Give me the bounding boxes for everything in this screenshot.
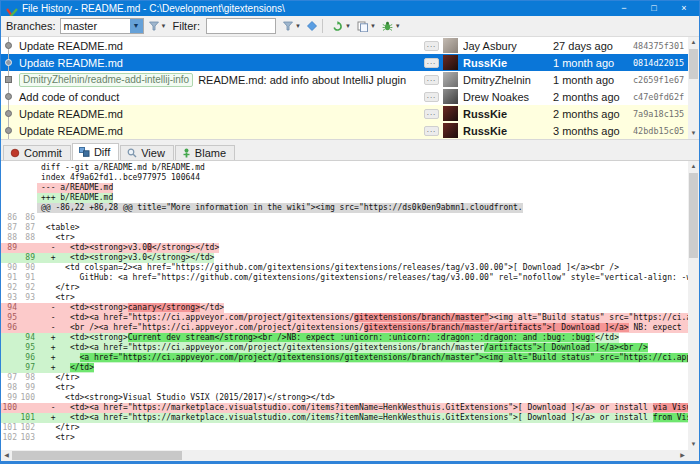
new-line-number — [19, 243, 37, 253]
app-icon — [6, 4, 18, 14]
commit-author: RussKie — [463, 57, 553, 69]
tab-label: Commit — [24, 147, 62, 159]
new-line-number: 94 — [19, 333, 37, 343]
old-line-number — [1, 413, 19, 423]
new-line-number: 98 — [19, 373, 37, 383]
commit-row[interactable]: Add code of conduct...Drew Noakes2 month… — [1, 88, 699, 105]
scrollbar-thumb[interactable] — [689, 173, 698, 258]
refresh-button[interactable]: ▼ — [331, 20, 352, 33]
scrollbar-thumb[interactable] — [689, 49, 698, 79]
tab-blame[interactable]: Blame — [175, 145, 235, 160]
graph-node-icon — [5, 127, 12, 134]
commit-message: Update README.md — [17, 40, 424, 52]
diff-line: diff --git a/README.md b/README.md — [1, 163, 688, 173]
diff-line-text: </tr> — [37, 373, 80, 383]
more-actions-button[interactable]: ... — [424, 92, 439, 102]
avatar — [443, 72, 458, 87]
scrollbar-thumb[interactable] — [12, 451, 182, 460]
old-line-number — [1, 163, 19, 173]
chevron-down-icon: ▼ — [370, 23, 376, 29]
scroll-down-icon[interactable]: ▼ — [688, 128, 699, 139]
commit-message: Update README.md — [17, 108, 424, 120]
commit-row[interactable]: Update README.md...RussKie2 months ago7a… — [1, 105, 699, 122]
new-line-number: 92 — [19, 283, 37, 293]
diff-vertical-scrollbar[interactable]: ▲ ▼ — [688, 161, 699, 450]
commit-message: DmitryZhelnin/readme-add-intellij-infoRE… — [17, 73, 424, 87]
commit-row[interactable]: Update README.md...RussKie3 months ago42… — [1, 122, 699, 139]
graph-node-icon — [5, 59, 12, 66]
tab-view[interactable]: View — [120, 145, 174, 160]
new-line-number — [19, 193, 37, 203]
tab-commit[interactable]: Commit — [3, 145, 71, 160]
diff-horizontal-scrollbar[interactable]: ◀ ▶ — [1, 450, 688, 461]
diff-line: 8787 <table> — [1, 223, 688, 233]
more-actions-button[interactable]: ... — [424, 126, 439, 136]
old-line-number — [1, 353, 19, 363]
commit-author: Drew Noakes — [463, 91, 553, 103]
commit-list: Update README.md...Jay Asbury27 days ago… — [1, 37, 699, 139]
old-line-number: 87 — [1, 223, 19, 233]
branch-combobox[interactable]: master ▼ — [60, 18, 144, 34]
diff-line-text: + <a href="https://ci.appveyor.com/proje… — [37, 353, 688, 363]
more-actions-button[interactable]: ... — [424, 75, 439, 85]
graph-node-icon — [5, 42, 12, 49]
commit-list-scrollbar[interactable]: ▲ ▼ — [688, 37, 699, 139]
new-line-number: 95 — [19, 343, 37, 353]
avatar — [443, 55, 458, 70]
more-actions-button[interactable]: ... — [424, 109, 439, 119]
go-to-commit-button[interactable] — [306, 20, 318, 32]
diff-line: 96 - <br /><a href="https://ci.appveyor.… — [1, 323, 688, 333]
tab-diff[interactable]: Diff — [72, 143, 119, 160]
commit-row[interactable]: Update README.md...Jay Asbury27 days ago… — [1, 37, 699, 54]
maximize-button[interactable]: □ — [639, 1, 669, 16]
old-line-number: 96 — [1, 323, 19, 333]
toolbar: Branches: master ▼ ▼ Filter: ▼ ▼ — [1, 16, 699, 37]
new-line-number — [19, 323, 37, 333]
old-line-number: 95 — [1, 313, 19, 323]
scroll-left-icon[interactable]: ◀ — [1, 450, 12, 461]
scroll-down-icon[interactable]: ▼ — [688, 439, 699, 450]
chevron-down-icon[interactable]: ▼ — [130, 19, 143, 33]
avatar — [443, 106, 458, 121]
commit-hash: c47e0fd62f — [633, 92, 685, 102]
graph-lane — [1, 54, 17, 71]
new-line-number: 97 — [19, 363, 37, 373]
script-button[interactable]: ▼ — [356, 20, 377, 33]
old-line-number: 100 — [1, 403, 19, 413]
diff-line: @@ -86,22 +86,28 @@ title="More informat… — [1, 203, 688, 213]
commit-date: 1 month ago — [553, 74, 633, 86]
branch-combobox-value: master — [61, 20, 130, 32]
diff-line: 100 - <td><a href="https://marketplace.v… — [1, 403, 688, 413]
diff-line: 9899 <tr> — [1, 383, 688, 393]
toolbar-filter-button[interactable]: ▼ — [282, 20, 302, 32]
diff-line-text: </tr> — [37, 423, 80, 433]
old-line-number: 88 — [1, 233, 19, 243]
filter-input[interactable] — [206, 18, 276, 34]
diff-line: 94 + <td><strong>Current dev stream</str… — [1, 333, 688, 343]
commit-row[interactable]: DmitryZhelnin/readme-add-intellij-infoRE… — [1, 71, 699, 88]
branch-filter-button[interactable]: ▼ — [148, 20, 168, 32]
new-line-number: 88 — [19, 233, 37, 243]
diff-line: 101 + <td><a href="https://marketplace.v… — [1, 413, 688, 423]
commit-date: 2 months ago — [553, 108, 633, 120]
chevron-down-icon: ▼ — [395, 23, 401, 29]
commit-icon — [10, 148, 20, 158]
scroll-up-icon[interactable]: ▲ — [688, 161, 699, 172]
scroll-up-icon[interactable]: ▲ — [688, 37, 699, 48]
diff-line: 89 - <td><strong>v3.00</strong></td> — [1, 243, 688, 253]
new-line-number: 102 — [19, 423, 37, 433]
diff-line: 94 - <td><strong>canary</strong></td> — [1, 303, 688, 313]
more-actions-button[interactable]: ... — [424, 58, 439, 68]
diff-line-text — [37, 213, 41, 223]
commit-row[interactable]: Update README.md...RussKie1 month ago081… — [1, 54, 699, 71]
graph-lane — [1, 88, 17, 105]
commit-author: RussKie — [463, 125, 553, 137]
close-button[interactable]: × — [669, 1, 699, 16]
minimize-button[interactable]: − — [609, 1, 639, 16]
scroll-right-icon[interactable]: ▶ — [677, 450, 688, 461]
more-actions-button[interactable]: ... — [424, 41, 439, 51]
new-line-number: 101 — [19, 413, 37, 423]
old-line-number: 102 — [1, 433, 19, 443]
bug-report-button[interactable]: ▼ — [381, 20, 402, 33]
chevron-down-icon: ▼ — [295, 23, 301, 29]
